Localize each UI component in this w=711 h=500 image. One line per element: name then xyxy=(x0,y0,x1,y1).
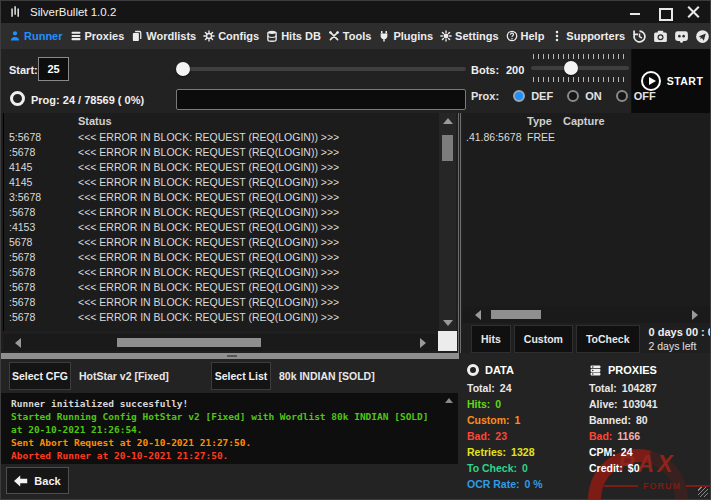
runner-icon xyxy=(9,30,21,42)
menu-item-plugins[interactable]: Plugins xyxy=(378,30,433,42)
title-bar: SilverBullet 1.0.2 xyxy=(1,1,711,23)
back-arrow-icon xyxy=(14,475,28,487)
table-row[interactable]: 5:5678 <<< ERROR IN BLOCK: REQUEST (REQ(… xyxy=(4,129,439,144)
stat-value: $0 xyxy=(628,462,640,474)
tab-custom[interactable]: Custom xyxy=(514,325,573,353)
horizontal-scroll-thumb[interactable] xyxy=(491,310,541,319)
status-column-header[interactable]: Status xyxy=(74,115,112,127)
stat-label: Total: xyxy=(467,382,495,394)
status-table-vertical-scrollbar[interactable] xyxy=(439,113,456,331)
row-source: :5678 xyxy=(4,296,74,308)
menu-item-proxies[interactable]: Proxies xyxy=(70,30,125,42)
stat-value: 23 xyxy=(495,430,507,442)
camera-icon[interactable] xyxy=(653,29,668,44)
stat-label: Hits: xyxy=(467,398,490,410)
prox-option-on[interactable]: ON xyxy=(585,90,602,102)
stat-value: 104287 xyxy=(622,382,657,394)
table-row[interactable]: 4145 <<< ERROR IN BLOCK: REQUEST (REQ(LO… xyxy=(4,159,439,174)
menu-item-settings[interactable]: Settings xyxy=(440,30,498,42)
log-line: Aborted Runner at 20-10-2021 21:27:50. xyxy=(11,449,444,462)
minimize-button[interactable] xyxy=(629,6,642,19)
stat-line: Credit: $0 xyxy=(589,460,711,476)
scroll-left-icon[interactable] xyxy=(15,338,21,348)
bots-slider-thumb[interactable] xyxy=(564,61,578,75)
start-count-input[interactable] xyxy=(38,57,69,81)
row-host: .41.86:5678 xyxy=(463,131,527,143)
start-slider[interactable] xyxy=(176,61,466,77)
row-source: 4145 xyxy=(4,161,74,173)
table-row[interactable]: :5678 <<< ERROR IN BLOCK: REQUEST (REQ(L… xyxy=(4,294,439,309)
maximize-button[interactable] xyxy=(658,6,671,19)
row-status: <<< ERROR IN BLOCK: REQUEST (REQ(LOGIN))… xyxy=(74,281,339,293)
select-list-button[interactable]: Select List xyxy=(211,362,271,390)
horizontal-scroll-thumb[interactable] xyxy=(117,338,261,347)
menu-item-help[interactable]: Help xyxy=(506,30,545,42)
table-row[interactable]: :5678 <<< ERROR IN BLOCK: REQUEST (REQ(L… xyxy=(4,249,439,264)
telegram-icon[interactable] xyxy=(695,29,710,44)
table-row[interactable]: 4145 <<< ERROR IN BLOCK: REQUEST (REQ(LO… xyxy=(4,174,439,189)
table-row[interactable]: :5678 <<< ERROR IN BLOCK: REQUEST (REQ(L… xyxy=(4,279,439,294)
configs-icon xyxy=(203,30,215,42)
resize-grip[interactable] xyxy=(698,487,708,497)
row-status: <<< ERROR IN BLOCK: REQUEST (REQ(LOGIN))… xyxy=(74,236,339,248)
prox-option-def[interactable]: DEF xyxy=(531,90,553,102)
app-logo-icon xyxy=(9,5,23,19)
scroll-down-icon[interactable] xyxy=(443,320,453,326)
prox-radio-off[interactable] xyxy=(616,90,628,102)
table-row[interactable]: :5678 <<< ERROR IN BLOCK: REQUEST (REQ(L… xyxy=(4,264,439,279)
panel-splitter-vertical[interactable] xyxy=(456,113,463,353)
row-status: <<< ERROR IN BLOCK: REQUEST (REQ(LOGIN))… xyxy=(74,296,339,308)
capture-table-horizontal-scrollbar[interactable] xyxy=(463,306,710,323)
app-window: SilverBullet 1.0.2 Runner Proxies Wordli… xyxy=(0,0,711,500)
table-row[interactable]: :4153 <<< ERROR IN BLOCK: REQUEST (REQ(L… xyxy=(4,219,439,234)
row-source: :5678 xyxy=(4,281,74,293)
menu-item-hits-db[interactable]: Hits DB xyxy=(266,30,321,42)
close-button[interactable] xyxy=(687,6,700,19)
log-line: Sent Abort Request at 20-10-2021 21:27:5… xyxy=(11,436,444,449)
tools-icon xyxy=(328,30,340,42)
prox-radio-on[interactable] xyxy=(567,90,579,102)
select-cfg-button[interactable]: Select CFG xyxy=(9,362,71,390)
back-button[interactable]: Back xyxy=(6,467,69,494)
config-bar: Select CFG HotStar v2 [Fixed] Select Lis… xyxy=(1,359,459,393)
discord-icon[interactable] xyxy=(674,29,689,44)
prox-option-off[interactable]: OFF xyxy=(634,90,656,102)
scroll-right-icon[interactable] xyxy=(420,338,426,348)
bots-slider[interactable] xyxy=(531,54,629,82)
menu-item-configs[interactable]: Configs xyxy=(203,30,259,42)
table-row[interactable]: :5678 <<< ERROR IN BLOCK: REQUEST (REQ(L… xyxy=(4,204,439,219)
scroll-left-icon[interactable] xyxy=(475,310,481,320)
stat-value: 24 xyxy=(621,446,633,458)
row-source: :5678 xyxy=(4,206,74,218)
menu-item-runner[interactable]: Runner xyxy=(9,30,63,42)
row-source: :5678 xyxy=(4,251,74,263)
prox-radio-def[interactable] xyxy=(513,90,525,102)
start-slider-thumb[interactable] xyxy=(176,62,190,76)
row-source: 5:5678 xyxy=(4,131,74,143)
table-row[interactable]: .41.86:5678 FREE xyxy=(463,129,710,144)
stat-line: Total: 104287 xyxy=(589,380,711,396)
wordlists-icon xyxy=(131,30,143,42)
scroll-right-icon[interactable] xyxy=(692,310,698,320)
history-icon[interactable] xyxy=(632,29,647,44)
menu-item-wordlists[interactable]: Wordlists xyxy=(131,30,196,42)
tab-tocheck[interactable]: ToCheck xyxy=(576,325,640,353)
settings-icon xyxy=(440,30,452,42)
table-row[interactable]: 5678 <<< ERROR IN BLOCK: REQUEST (REQ(LO… xyxy=(4,234,439,249)
scroll-up-icon[interactable] xyxy=(443,118,453,124)
stat-label: Banned: xyxy=(589,414,631,426)
tab-hits[interactable]: Hits xyxy=(471,325,511,353)
stat-value: 0 xyxy=(495,398,501,410)
table-row[interactable]: :5678 <<< ERROR IN BLOCK: REQUEST (REQ(L… xyxy=(4,309,439,324)
table-row[interactable]: 3:5678 <<< ERROR IN BLOCK: REQUEST (REQ(… xyxy=(4,189,439,204)
menu-item-tools[interactable]: Tools xyxy=(328,30,372,42)
capture-column-header[interactable]: Capture xyxy=(563,115,605,127)
status-table-horizontal-scrollbar[interactable] xyxy=(3,334,438,351)
selected-config-name: HotStar v2 [Fixed] xyxy=(79,370,169,382)
start-button[interactable]: START xyxy=(631,49,711,113)
log-scroll-up-icon[interactable] xyxy=(445,398,453,403)
table-row[interactable]: :5678 <<< ERROR IN BLOCK: REQUEST (REQ(L… xyxy=(4,144,439,159)
vertical-scroll-thumb[interactable] xyxy=(442,135,453,161)
menu-item-supporters[interactable]: Supporters xyxy=(551,30,625,42)
type-column-header[interactable]: Type xyxy=(527,115,563,127)
